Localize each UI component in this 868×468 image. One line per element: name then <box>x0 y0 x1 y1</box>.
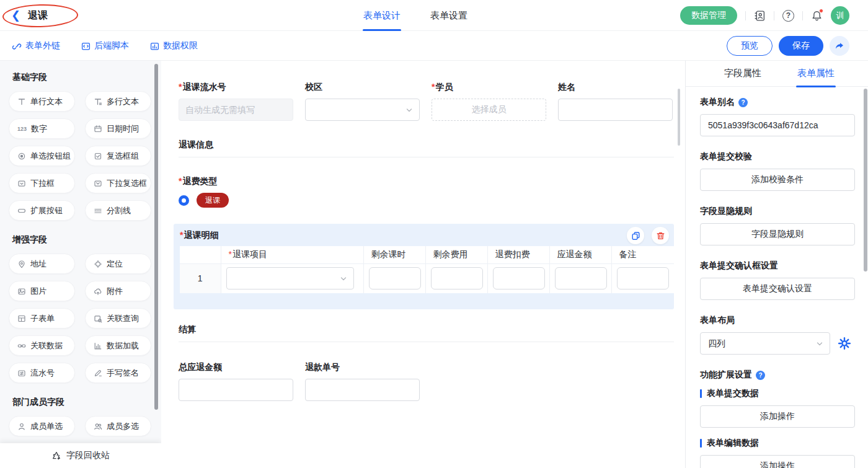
field-campus[interactable]: 校区 <box>305 82 420 121</box>
field-pill-data-load[interactable]: 数据加载 <box>85 335 151 356</box>
preview-button[interactable]: 预览 <box>727 36 773 56</box>
copy-subtable-button[interactable] <box>627 227 644 244</box>
form-alias-input[interactable] <box>700 114 855 136</box>
field-pill-location[interactable]: 定位 <box>85 254 151 274</box>
avatar[interactable]: 训 <box>831 6 849 25</box>
submit-check-label: 表单提交校验 <box>700 151 752 162</box>
sidebar-scrollbar[interactable] <box>154 64 158 410</box>
field-pill-number[interactable]: 123 数字 <box>9 118 75 139</box>
subtable-grid: 退课项目 剩余课时 剩余费用 退费扣费 应退金额 备注 1 <box>180 246 674 293</box>
remaining-hours-input[interactable] <box>369 267 421 289</box>
field-pill-checkbox-group[interactable]: 复选框组 <box>85 146 151 166</box>
field-recycle-bin[interactable]: 字段回收站 <box>0 443 161 468</box>
number-123-icon: 123 <box>17 126 27 132</box>
section-refund-info[interactable]: 退课信息 <box>179 139 685 151</box>
share-button[interactable] <box>830 36 849 56</box>
deduction-input[interactable] <box>493 267 545 289</box>
campus-select[interactable] <box>305 99 420 121</box>
data-manage-button[interactable]: 数据管理 <box>680 6 737 25</box>
field-pill-member-multi[interactable]: 成员多选 <box>85 416 151 436</box>
field-pill-radio-group[interactable]: 单选按钮组 <box>9 146 75 166</box>
field-refund-serial[interactable]: 退课流水号 <box>179 82 293 121</box>
script-icon <box>81 42 91 51</box>
backend-script-link[interactable]: 后端脚本 <box>81 40 129 51</box>
panel-scrollbar[interactable] <box>864 89 867 272</box>
field-pill-member-single[interactable]: 成员单选 <box>9 416 75 436</box>
refund-serial-input[interactable] <box>179 99 293 121</box>
contact-book-icon[interactable] <box>754 10 766 22</box>
form-external-link[interactable]: 表单外链 <box>12 40 60 51</box>
tab-form-design[interactable]: 表单设计 <box>363 0 401 31</box>
field-student[interactable]: 学员 选择成员 <box>432 82 546 121</box>
refund-amount-input[interactable] <box>555 267 607 289</box>
recycle-icon <box>51 451 61 461</box>
back-icon[interactable]: ❮ <box>11 9 20 22</box>
app-header: ❮ 退课 表单设计 表单设置 数据管理 训 <box>0 0 868 31</box>
form-title: 退课 <box>28 9 48 22</box>
field-pill-select[interactable]: 下拉框 <box>9 173 75 193</box>
canvas-scrollbar[interactable] <box>678 89 680 146</box>
visibility-rules-button[interactable]: 字段显隐规则 <box>700 223 855 245</box>
total-refund-input[interactable] <box>179 379 293 401</box>
tab-form-settings[interactable]: 表单设置 <box>430 0 467 31</box>
field-pill-multi-line-text[interactable]: 多行文本 <box>85 91 151 112</box>
divider <box>774 11 774 20</box>
col-header-remaining-hours: 剩余课时 <box>363 246 425 263</box>
field-refund-order-no[interactable]: 退款单号 <box>305 362 420 401</box>
extension-help-icon[interactable] <box>756 371 765 380</box>
remaining-fee-input[interactable] <box>431 267 483 289</box>
accent-bar <box>700 439 702 448</box>
person-icon <box>17 422 26 431</box>
target-icon <box>94 260 102 268</box>
field-pill-signature[interactable]: 手写签名 <box>85 363 151 383</box>
serial-number-icon <box>17 369 26 377</box>
field-pill-address[interactable]: 地址 <box>9 254 75 274</box>
section-title-enhanced-fields: 增强字段 <box>12 234 151 245</box>
checkbox-icon <box>94 152 102 161</box>
section-divider <box>179 157 674 157</box>
remark-input[interactable] <box>617 267 669 289</box>
edit-data-add-action-button[interactable]: 添加操作 <box>700 455 855 468</box>
tab-field-properties[interactable]: 字段属性 <box>724 61 761 87</box>
refund-type-radio[interactable] <box>179 195 189 206</box>
name-input[interactable] <box>558 99 673 121</box>
add-check-condition-button[interactable]: 添加校验条件 <box>700 169 855 191</box>
refund-item-select[interactable] <box>226 267 354 289</box>
field-pill-relation-query[interactable]: 关联查询 <box>85 308 151 329</box>
field-pill-divider-line[interactable]: 分割线 <box>85 200 151 221</box>
divider <box>802 11 803 20</box>
tab-form-properties[interactable]: 表单属性 <box>797 61 835 87</box>
field-pill-datetime[interactable]: 日期时间 <box>85 118 151 139</box>
field-pill-serial-number[interactable]: 流水号 <box>9 363 75 383</box>
submit-data-add-action-button[interactable]: 添加操作 <box>700 405 855 428</box>
field-pill-attachment[interactable]: 附件 <box>85 281 151 301</box>
field-pill-subform[interactable]: 子表单 <box>9 308 75 329</box>
field-pill-image[interactable]: 图片 <box>9 281 75 301</box>
subtable-row: 1 <box>180 263 674 293</box>
field-name[interactable]: 姓名 <box>558 82 673 121</box>
notification-bell-icon[interactable] <box>811 10 823 22</box>
refund-order-no-input[interactable] <box>305 379 420 401</box>
layout-gear-button[interactable] <box>838 337 851 350</box>
refund-detail-subtable[interactable]: 退课明细 退课项目 剩余课时 剩余费用 退费扣费 <box>174 224 674 309</box>
confirm-box-button[interactable]: 表单提交确认设置 <box>700 278 855 300</box>
field-pill-relation-data[interactable]: 关联数据 <box>9 335 75 356</box>
field-total-refund[interactable]: 总应退金额 <box>179 362 293 401</box>
refund-type-badge[interactable]: 退课 <box>197 193 229 208</box>
form-alias-help-icon[interactable] <box>738 98 748 107</box>
row-index: 1 <box>180 263 221 293</box>
delete-subtable-button[interactable] <box>652 227 669 244</box>
section-settlement[interactable]: 结算 <box>179 324 685 335</box>
image-icon <box>17 287 26 296</box>
field-pill-extend-button[interactable]: 扩展按钮 <box>9 200 75 221</box>
help-icon[interactable] <box>782 10 794 22</box>
student-member-picker[interactable]: 选择成员 <box>432 99 546 121</box>
field-pill-single-line-text[interactable]: 单行文本 <box>9 91 75 112</box>
form-layout-select[interactable]: 四列 <box>700 332 830 355</box>
header-tabs: 表单设计 表单设置 <box>363 0 467 31</box>
col-header-refund-amount: 应退金额 <box>549 246 611 263</box>
save-button[interactable]: 保存 <box>779 36 823 56</box>
field-pill-multi-select[interactable]: 下拉复选框 <box>85 173 151 193</box>
data-permission-link[interactable]: 数据权限 <box>150 40 198 51</box>
extension-settings-label: 功能扩展设置 <box>700 369 752 381</box>
